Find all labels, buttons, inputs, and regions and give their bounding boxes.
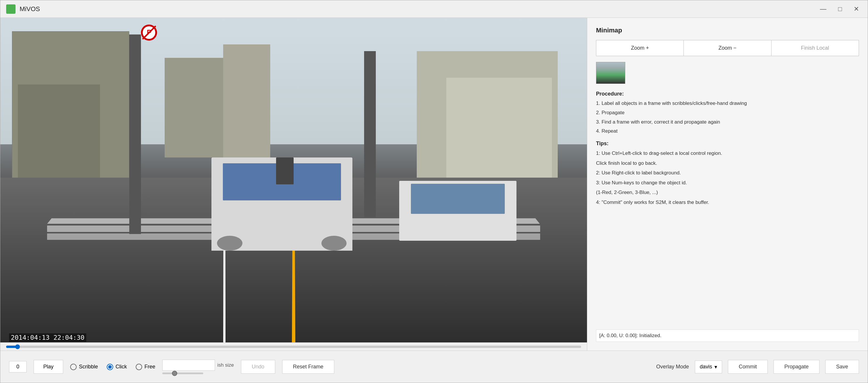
procedure-section: Procedure: 1. Label all objects in a fra… — [596, 91, 859, 325]
motorcycle — [276, 158, 293, 184]
progress-bar-section[interactable] — [0, 342, 587, 351]
no-parking-slash — [142, 26, 156, 40]
sidebar: Minimap Zoom + Zoom − Finish Local Proce… — [587, 18, 868, 351]
no-parking-sign-container: P — [141, 25, 170, 58]
building-mid-2 — [223, 44, 270, 158]
reset-frame-button[interactable]: Reset Frame — [282, 360, 334, 374]
minimap-controls: Zoom + Zoom − Finish Local — [596, 40, 859, 56]
procedure-title: Procedure: — [596, 91, 859, 97]
save-button[interactable]: Save — [825, 360, 859, 374]
radio-scribble-label: Scribble — [79, 364, 98, 370]
procedure-item-2: 2. Propagate — [596, 109, 859, 116]
tip-item-1b: Click finish local to go back. — [596, 160, 859, 167]
zoom-plus-button[interactable]: Zoom + — [596, 40, 684, 56]
radio-free-label: Free — [145, 364, 155, 370]
van-wheel-left — [217, 236, 243, 251]
commit-button[interactable]: Commit — [728, 360, 768, 374]
radio-free-circle[interactable] — [136, 364, 142, 370]
procedure-item-4: 4. Repeat — [596, 128, 859, 135]
radio-click-circle[interactable] — [107, 364, 113, 370]
video-scene: P 2014:04:13 22:04:30 — [0, 18, 587, 351]
minimap-title: Minimap — [596, 27, 859, 34]
main-content: P 2014:04:13 22:04:30 Minimap — [0, 18, 868, 351]
radio-free[interactable]: Free — [136, 364, 155, 370]
undo-button[interactable]: Undo — [241, 360, 275, 374]
radio-scribble[interactable]: Scribble — [70, 364, 98, 370]
brush-size-thumb[interactable] — [172, 371, 177, 376]
building-right-2 — [446, 78, 552, 178]
tip-item-4: 4: "Commit" only works for S2M, it clear… — [596, 199, 859, 206]
bottom-bar: 0 Play Scribble Click Free ish size — [0, 351, 868, 383]
svg-rect-0 — [8, 6, 11, 9]
minimap-image — [596, 62, 625, 83]
radio-group: Scribble Click Free — [70, 364, 155, 370]
minimize-button[interactable]: — — [817, 4, 829, 14]
progress-thumb[interactable] — [15, 344, 20, 349]
progress-bar[interactable] — [6, 346, 581, 348]
brush-size-section: ish size — [162, 360, 234, 374]
maximize-button[interactable]: □ — [835, 4, 845, 14]
radio-click[interactable]: Click — [107, 364, 127, 370]
tips-title: Tips: — [596, 141, 859, 147]
propagate-button[interactable]: Propagate — [774, 360, 819, 374]
radio-scribble-circle[interactable] — [70, 364, 76, 370]
car-window — [411, 184, 505, 214]
van-wheel-right — [321, 236, 347, 251]
brush-size-input[interactable] — [162, 360, 215, 371]
brush-size-slider[interactable] — [162, 373, 203, 374]
no-parking-sign: P — [141, 25, 157, 41]
close-button[interactable]: ✕ — [851, 4, 862, 14]
overlay-select[interactable]: davis ▾ — [695, 360, 722, 373]
zoom-minus-button[interactable]: Zoom − — [684, 40, 771, 56]
title-bar: MiVOS — □ ✕ — [0, 0, 868, 18]
building-mid — [165, 58, 223, 158]
finish-local-button[interactable]: Finish Local — [772, 40, 859, 56]
radio-click-label: Click — [116, 364, 127, 370]
video-timestamp: 2014:04:13 22:04:30 — [9, 333, 86, 342]
svg-rect-3 — [11, 9, 14, 12]
brush-size-row: ish size — [162, 360, 234, 371]
tip-item-2: 2: Use Right-click to label background. — [596, 169, 859, 177]
app-icon — [6, 4, 16, 14]
tip-item-1: 1: Use Ctrl+Left-click to drag-select a … — [596, 149, 859, 157]
pole-left — [129, 34, 141, 234]
tip-item-3: 3: Use Num-keys to change the object id. — [596, 179, 859, 187]
video-section[interactable]: P 2014:04:13 22:04:30 — [0, 18, 587, 351]
minimap-thumbnail — [596, 62, 625, 84]
brush-size-label: ish size — [217, 362, 234, 368]
svg-rect-1 — [11, 6, 14, 9]
frame-counter[interactable]: 0 — [9, 361, 27, 373]
procedure-item-3: 3. Find a frame with error, correct it a… — [596, 118, 859, 126]
overlay-value: davis — [700, 364, 712, 370]
app-title: MiVOS — [20, 5, 817, 13]
svg-rect-2 — [8, 9, 11, 12]
window-controls: — □ ✕ — [817, 4, 862, 14]
bottom-right-controls: Overlay Mode davis ▾ Commit Propagate Sa… — [656, 360, 859, 374]
pole-right — [364, 51, 376, 218]
status-line: [A: 0.00, U: 0.00]: Initialized. — [596, 329, 859, 342]
overlay-mode-label: Overlay Mode — [656, 364, 689, 370]
main-window: MiVOS — □ ✕ — [0, 0, 868, 383]
video-frame[interactable]: P 2014:04:13 22:04:30 — [0, 18, 587, 351]
car-right — [399, 181, 517, 241]
play-button[interactable]: Play — [34, 360, 63, 374]
procedure-item-1: 1. Label all objects in a frame with scr… — [596, 100, 859, 107]
tip-item-3b: (1-Red, 2-Green, 3-Blue, ...) — [596, 189, 859, 196]
chevron-down-icon: ▾ — [714, 364, 717, 370]
